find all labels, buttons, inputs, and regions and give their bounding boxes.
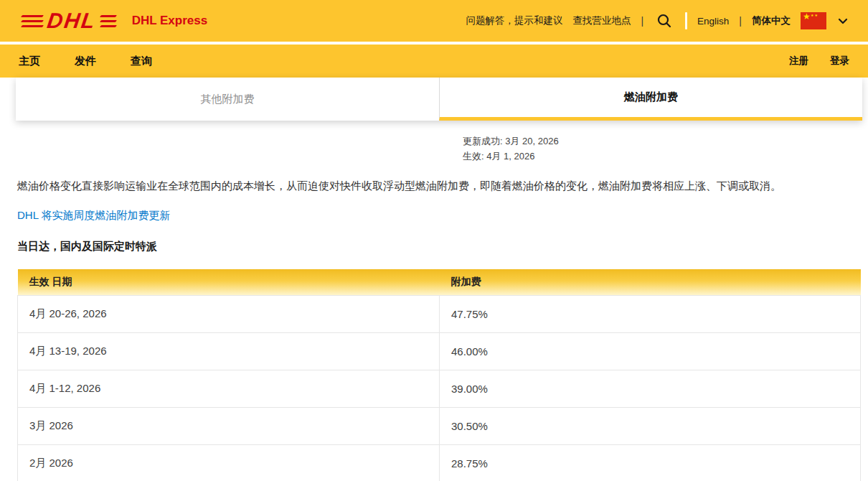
table-row: 4月 13-19, 2026 46.00%: [18, 333, 861, 370]
intro-paragraph: 燃油价格变化直接影响运输业在全球范围内的成本增长，从而迫使对快件收取浮动型燃油附…: [17, 178, 851, 193]
topbar: DHL DHL Express 问题解答，提示和建议 查找营业地点 | Engl…: [0, 0, 868, 42]
language-english[interactable]: English: [697, 16, 729, 27]
login-link[interactable]: 登录: [830, 55, 849, 67]
table-header-row: 生效 日期 附加费: [18, 269, 861, 296]
divider: |: [641, 15, 643, 27]
dhl-stripes-right-icon: [100, 15, 116, 27]
date-cell: 4月 1-12, 2026: [18, 370, 440, 408]
column-header-surcharge: 附加费: [440, 269, 861, 296]
nav-item-home[interactable]: 主页: [19, 55, 40, 68]
nav-item-track[interactable]: 查询: [131, 55, 152, 68]
tab-other-surcharges[interactable]: 其他附加费: [16, 78, 439, 121]
china-flag-icon[interactable]: ★ ★★: [801, 12, 826, 29]
date-cell: 4月 13-19, 2026: [18, 333, 440, 370]
language-chinese[interactable]: 简体中文: [752, 14, 791, 27]
divider: [685, 12, 687, 29]
surcharge-cell: 39.00%: [440, 370, 861, 408]
navbar: 主页 发件 查询 注册 登录: [0, 45, 868, 78]
column-header-effective-date: 生效 日期: [18, 269, 440, 296]
surcharge-cell: 28.75%: [440, 445, 861, 481]
dhl-wordmark: DHL: [46, 10, 98, 32]
date-cell: 3月 2026: [18, 408, 440, 445]
surcharge-tabs: 其他附加费 燃油附加费: [16, 78, 862, 121]
service-subtitle: 当日达，国内及国际定时特派: [17, 240, 868, 253]
update-status: 更新成功: 3月 20, 2026: [463, 134, 868, 149]
surcharge-cell: 30.50%: [440, 408, 861, 445]
surcharge-cell: 47.75%: [440, 296, 861, 333]
surcharge-cell: 46.00%: [440, 333, 861, 370]
register-link[interactable]: 注册: [789, 55, 808, 67]
table-row: 3月 2026 30.50%: [18, 408, 861, 445]
table-row: 2月 2026 28.75%: [18, 445, 861, 481]
divider: |: [739, 15, 742, 27]
chevron-down-icon[interactable]: [838, 18, 848, 24]
fuel-surcharge-table: 生效 日期 附加费 4月 20-26, 2026 47.75% 4月 13-19…: [17, 269, 861, 481]
table-row: 4月 1-12, 2026 39.00%: [18, 370, 861, 408]
topbar-link-locations[interactable]: 查找营业地点: [572, 14, 631, 27]
date-cell: 4月 20-26, 2026: [18, 296, 440, 333]
effective-date: 生效: 4月 1, 2026: [463, 149, 868, 164]
table-row: 4月 20-26, 2026 47.75%: [18, 296, 861, 333]
nav-item-ship[interactable]: 发件: [75, 55, 96, 68]
topbar-link-faq[interactable]: 问题解答，提示和建议: [466, 14, 562, 27]
weekly-update-link[interactable]: DHL 将实施周度燃油附加费更新: [17, 209, 171, 223]
tab-fuel-surcharge[interactable]: 燃油附加费: [439, 78, 862, 121]
update-info: 更新成功: 3月 20, 2026 生效: 4月 1, 2026: [463, 134, 868, 164]
date-cell: 2月 2026: [18, 445, 440, 481]
search-icon[interactable]: [654, 13, 675, 29]
dhl-stripes-left-icon: [22, 15, 43, 27]
brand-label: DHL Express: [132, 14, 208, 28]
dhl-logo[interactable]: DHL: [22, 10, 116, 32]
